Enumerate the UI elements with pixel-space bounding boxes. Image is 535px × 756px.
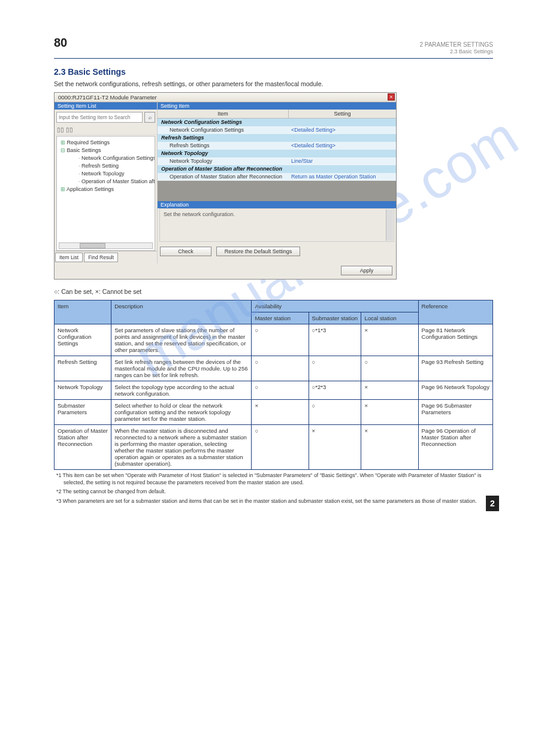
tab-item-list[interactable]: Item List <box>55 253 83 262</box>
grid-category[interactable]: Network Topology <box>158 150 396 157</box>
module-parameter-window: 0000:RJ71GF11-T2 Module Parameter × Sett… <box>54 92 397 280</box>
horizontal-scrollbar[interactable] <box>59 242 153 249</box>
chapter-tab: 2 <box>486 496 499 511</box>
grid-header-item: Item <box>158 110 289 118</box>
left-tabs: Item List Find Result <box>55 251 157 263</box>
grid-row[interactable]: Network TopologyLine/Star <box>158 157 396 165</box>
table-row: Operation of Master Station after Reconn… <box>55 424 493 469</box>
explanation-body: Set the network configuration. <box>159 208 394 242</box>
th-desc: Description <box>111 300 252 324</box>
th-submaster: Submaster station <box>309 312 361 324</box>
page-number: 80 <box>54 36 67 50</box>
th-master: Master station <box>252 312 309 324</box>
table-row: Network TopologySelect the topology type… <box>55 381 493 399</box>
header-right: 2 PARAMETER SETTINGS 2.3 Basic Settings <box>419 41 493 56</box>
grid-header-setting: Setting <box>289 110 396 118</box>
tree-item-topology[interactable]: Network Topology <box>61 170 153 178</box>
section-heading: 802.3 Basic Settings <box>54 67 493 77</box>
th-ref: Reference <box>418 300 492 324</box>
th-item: Item <box>55 300 111 324</box>
left-pane-title: Setting Item List <box>55 102 157 110</box>
settings-grid: Network Configuration Settings Network C… <box>158 119 396 201</box>
right-pane-title: Setting Item <box>158 102 396 110</box>
tree-application[interactable]: Application Settings <box>61 186 153 193</box>
tree-basic[interactable]: Basic Settings <box>61 147 153 154</box>
grid-empty <box>158 181 396 201</box>
window-title: 0000:RJ71GF11-T2 Module Parameter <box>58 94 157 101</box>
tree-item-master-op[interactable]: Operation of Master Station afte <box>61 178 153 186</box>
settings-tree[interactable]: Required Settings Basic Settings Network… <box>56 136 155 251</box>
grid-category[interactable]: Operation of Master Station after Reconn… <box>158 165 396 173</box>
grid-category[interactable]: Refresh Settings <box>158 134 396 142</box>
tree-item-netconfig[interactable]: Network Configuration Settings <box>61 154 153 162</box>
section-title: Basic Settings <box>68 67 125 77</box>
header-sub: 2.3 Basic Settings <box>419 48 493 56</box>
close-icon[interactable]: × <box>388 93 395 101</box>
tree-required[interactable]: Required Settings <box>61 139 153 147</box>
tree-toolbar: ▯▯ ▯▯ <box>55 125 157 135</box>
header-chapter: 2 PARAMETER SETTINGS <box>419 41 493 48</box>
tree-item-refresh[interactable]: Refresh Setting <box>61 162 153 170</box>
legend-text: ○: Can be set, ×: Cannot be set <box>54 288 493 295</box>
explanation-title: Explanation <box>158 201 396 208</box>
apply-button[interactable]: Apply <box>341 266 392 275</box>
grid-row[interactable]: Refresh Settings<Detailed Setting> <box>158 142 396 150</box>
grid-row[interactable]: Network Configuration Settings<Detailed … <box>158 126 396 134</box>
table-row: Network Configuration SettingsSet parame… <box>55 324 493 356</box>
th-avail: Availability <box>252 300 418 312</box>
grid-category[interactable]: Network Configuration Settings <box>158 119 396 126</box>
right-panel: Setting Item Item Setting Network Config… <box>158 102 396 263</box>
tab-find-result[interactable]: Find Result <box>84 253 118 262</box>
table-row: Refresh SettingSet link refresh ranges b… <box>55 356 493 381</box>
grid-row[interactable]: Operation of Master Station after Reconn… <box>158 173 396 181</box>
th-local: Local station <box>361 312 418 324</box>
grid-header: Item Setting <box>158 110 396 119</box>
lead-text: Set the network configurations, refresh … <box>54 80 493 87</box>
search-input[interactable] <box>56 112 143 123</box>
availability-table: Item Description Availability Reference … <box>54 300 493 470</box>
footnote-2: *2 The setting cannot be changed from de… <box>61 488 493 496</box>
check-button[interactable]: Check <box>160 247 211 256</box>
table-row: Submaster ParametersSelect whether to ho… <box>55 399 493 424</box>
footnote-1: *1 This item can be set when "Operate wi… <box>61 472 493 487</box>
explanation-text: Set the network configuration. <box>164 211 235 217</box>
vertical-scrollbar[interactable] <box>386 210 393 241</box>
search-icon[interactable]: ⌕ <box>144 112 155 123</box>
restore-defaults-button[interactable]: Restore the Default Settings <box>216 247 300 256</box>
window-titlebar: 0000:RJ71GF11-T2 Module Parameter × <box>55 93 396 102</box>
footnote-3: *3 When parameters are set for a submast… <box>61 498 493 505</box>
left-panel: Setting Item List ⌕ ▯▯ ▯▯ Required Setti… <box>55 102 158 263</box>
page-header: 80 2 PARAMETER SETTINGS 2.3 Basic Settin… <box>54 36 493 59</box>
